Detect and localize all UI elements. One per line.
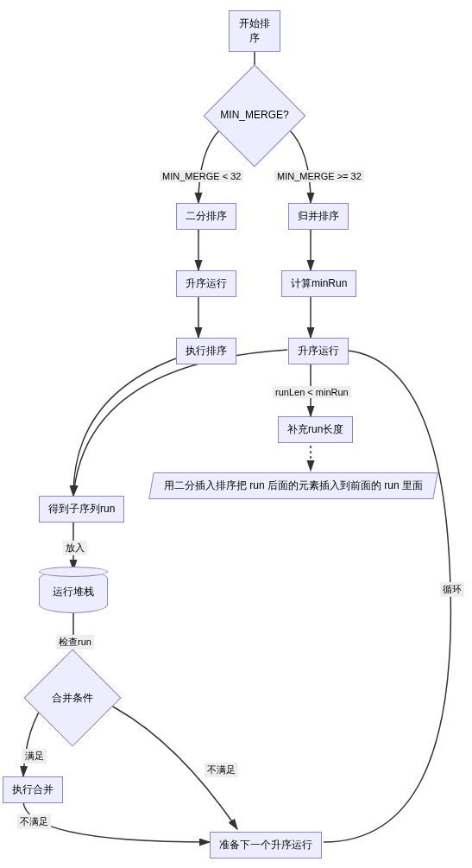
node-exec-sort: 执行排序 bbox=[176, 338, 236, 364]
edge-put-in: 放入 bbox=[63, 541, 87, 555]
label: 得到子序列run bbox=[48, 503, 115, 515]
node-binary-insert-note: 用二分插入排序把 run 后面的元素插入到前面的 run 里面 bbox=[148, 472, 437, 499]
edge-check-run: 检查run bbox=[56, 635, 94, 649]
node-ascend-run-right: 升序运行 bbox=[288, 338, 349, 364]
edge-not-satisfy2: 不满足 bbox=[17, 814, 51, 829]
label: 运行堆栈 bbox=[53, 586, 94, 598]
node-merge-cond-decision bbox=[23, 649, 121, 746]
node-exec-merge: 执行合并 bbox=[3, 776, 63, 803]
node-fill-run-len: 补充run长度 bbox=[278, 416, 353, 443]
node-calc-minrun: 计算minRun bbox=[281, 270, 356, 297]
label: 补充run长度 bbox=[287, 423, 343, 435]
node-merge-sort: 归并排序 bbox=[288, 203, 349, 230]
edge-runlen-lt-minrun: runLen < minRun bbox=[273, 386, 351, 398]
node-ascend-run-left: 升序运行 bbox=[176, 270, 236, 297]
label: 二分排序 bbox=[186, 210, 227, 222]
label: 执行合并 bbox=[12, 783, 53, 795]
node-prep-next: 准备下一个升序运行 bbox=[210, 832, 322, 858]
label: 升序运行 bbox=[298, 345, 339, 357]
edge-lt32: MIN_MERGE < 32 bbox=[160, 170, 243, 182]
edge-satisfy: 满足 bbox=[22, 749, 47, 763]
node-minmerge-decision bbox=[204, 65, 306, 168]
label: 升序运行 bbox=[186, 277, 227, 289]
edge-loop: 循环 bbox=[440, 582, 464, 597]
label: 归并排序 bbox=[298, 210, 339, 222]
edge-not-satisfy: 不满足 bbox=[205, 763, 238, 777]
node-got-sub-run: 得到子序列run bbox=[39, 496, 124, 523]
node-binary-sort: 二分排序 bbox=[176, 203, 236, 230]
edge-ge32: MIN_MERGE >= 32 bbox=[274, 170, 364, 182]
node-run-stack: 运行堆栈 bbox=[39, 570, 108, 613]
label: 用二分插入排序把 run 后面的元素插入到前面的 run 里面 bbox=[164, 478, 423, 493]
node-start: 开始排序 bbox=[229, 10, 280, 52]
label: 执行排序 bbox=[186, 345, 227, 357]
label: 准备下一个升序运行 bbox=[219, 839, 312, 851]
label: 计算minRun bbox=[291, 277, 347, 289]
label: 开始排序 bbox=[239, 17, 270, 44]
